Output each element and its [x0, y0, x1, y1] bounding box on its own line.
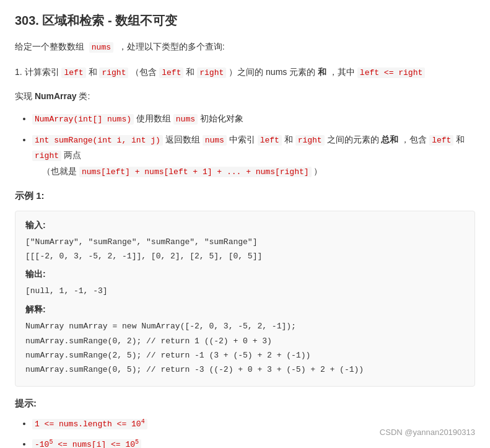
right-code-1: right	[99, 68, 128, 78]
implement-label: 实现 NumArray 类:	[15, 87, 475, 105]
left-code-1: left	[61, 68, 85, 78]
example-title: 示例 1:	[15, 190, 475, 202]
nums-code-2: nums	[173, 114, 198, 125]
watermark: CSDN @yannan20190313	[380, 428, 475, 437]
method-list: NumArray(int[] nums) 使用数组 nums 初始化对象 int…	[15, 111, 475, 179]
input-line1: ["NumArray", "sumRange", "sumRange", "su…	[25, 235, 465, 249]
page-title: 303. 区域和检索 - 数组不可变	[15, 12, 475, 29]
method1-code: NumArray(int[] nums)	[32, 114, 134, 125]
hint-item-2: -105 <= nums[i] <= 105	[32, 436, 475, 448]
output-value: [null, 1, -1, -3]	[25, 284, 465, 298]
left-code-3: left	[258, 135, 282, 146]
intro-paragraph: 给定一个整数数组 nums ，处理以下类型的多个查询:	[15, 39, 475, 55]
left-code-4: left	[429, 135, 453, 146]
output-label: 输出:	[25, 269, 465, 280]
right-code-4: right	[32, 151, 61, 161]
hint1-code: 1 <= nums.length <= 104	[32, 419, 147, 429]
input-label: 输入:	[25, 220, 465, 231]
task-item1: 1. 计算索引 left 和 right （包含 left 和 right ）之…	[15, 63, 475, 81]
explain-line1: NumArray numArray = new NumArray([-2, 0,…	[25, 319, 465, 333]
right-code-3: right	[295, 135, 325, 146]
nums-code-3: nums	[203, 135, 227, 146]
condition-code: left <= right	[357, 68, 425, 78]
explain-label: 解释:	[25, 304, 465, 315]
explain-line4: numArray.sumRange(0, 5); // return -3 ((…	[25, 362, 465, 377]
formula-code: nums[left] + nums[left + 1] + ... + nums…	[79, 167, 312, 177]
nums-code: nums	[89, 42, 113, 53]
example-block: 输入: ["NumArray", "sumRange", "sumRange",…	[15, 211, 475, 387]
method-item-2: int sumRange(int i, int j) 返回数组 nums 中索引…	[32, 132, 475, 179]
explain-line3: numArray.sumRange(2, 5); // return -1 (3…	[25, 348, 465, 362]
right-code-2: right	[197, 68, 226, 78]
hints-title: 提示:	[15, 398, 475, 410]
method-item-1: NumArray(int[] nums) 使用数组 nums 初始化对象	[32, 111, 475, 126]
explain-line2: numArray.sumRange(0, 2); // return 1 ((-…	[25, 334, 465, 348]
method2-code: int sumRange(int i, int j)	[32, 135, 163, 146]
left-code-2: left	[159, 68, 183, 78]
input-line2: [[[-2, 0, 3, -5, 2, -1]], [0, 2], [2, 5]…	[25, 249, 465, 263]
hint2-code: -105 <= nums[i] <= 105	[32, 439, 141, 448]
method2-wrap: （也就是 nums[left] + nums[left + 1] + ... +…	[32, 166, 322, 176]
